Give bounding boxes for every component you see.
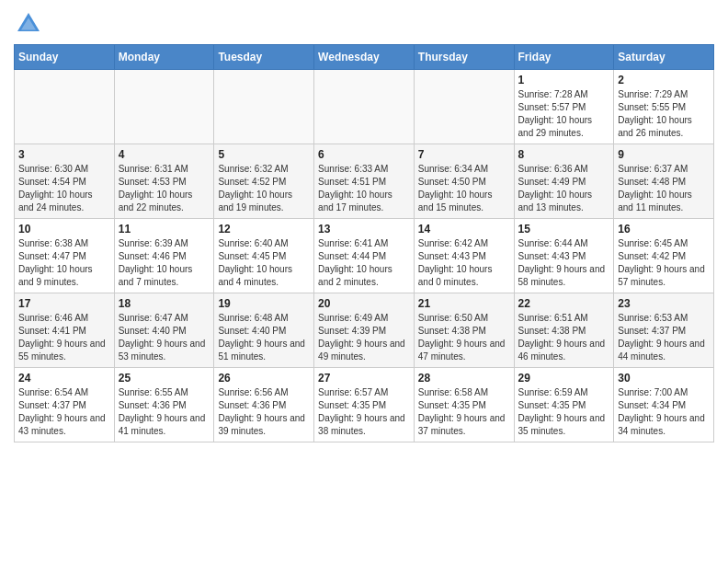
day-number: 3 <box>18 148 110 161</box>
day-number: 12 <box>218 223 310 236</box>
day-info: Sunrise: 7:29 AM Sunset: 5:55 PM Dayligh… <box>618 88 710 140</box>
calendar-week-4: 17Sunrise: 6:46 AM Sunset: 4:41 PM Dayli… <box>15 293 714 368</box>
day-info: Sunrise: 6:44 AM Sunset: 4:43 PM Dayligh… <box>518 237 610 289</box>
day-number: 22 <box>518 297 610 310</box>
calendar-header-wednesday: Wednesday <box>314 45 415 70</box>
day-number: 18 <box>119 297 210 310</box>
calendar-cell: 11Sunrise: 6:39 AM Sunset: 4:46 PM Dayli… <box>114 219 214 293</box>
calendar-header-thursday: Thursday <box>414 45 514 70</box>
day-info: Sunrise: 6:53 AM Sunset: 4:37 PM Dayligh… <box>618 312 710 363</box>
day-info: Sunrise: 6:46 AM Sunset: 4:41 PM Dayligh… <box>18 312 110 363</box>
header <box>14 9 714 39</box>
calendar-cell: 14Sunrise: 6:42 AM Sunset: 4:43 PM Dayli… <box>414 219 514 293</box>
calendar-cell: 10Sunrise: 6:38 AM Sunset: 4:47 PM Dayli… <box>15 219 115 293</box>
day-number: 28 <box>418 372 510 385</box>
calendar-cell: 18Sunrise: 6:47 AM Sunset: 4:40 PM Dayli… <box>114 293 214 368</box>
day-info: Sunrise: 6:55 AM Sunset: 4:36 PM Dayligh… <box>119 386 210 438</box>
calendar-cell: 8Sunrise: 6:36 AM Sunset: 4:49 PM Daylig… <box>514 144 614 219</box>
day-number: 10 <box>18 223 110 236</box>
day-number: 14 <box>418 223 510 236</box>
calendar-cell: 2Sunrise: 7:29 AM Sunset: 5:55 PM Daylig… <box>614 70 714 144</box>
day-number: 24 <box>18 372 110 385</box>
calendar-header-saturday: Saturday <box>614 45 714 70</box>
day-info: Sunrise: 6:54 AM Sunset: 4:37 PM Dayligh… <box>18 386 110 438</box>
day-info: Sunrise: 6:48 AM Sunset: 4:40 PM Dayligh… <box>218 312 310 363</box>
day-number: 19 <box>218 297 310 310</box>
calendar-header-tuesday: Tuesday <box>214 45 314 70</box>
calendar-cell: 12Sunrise: 6:40 AM Sunset: 4:45 PM Dayli… <box>214 219 314 293</box>
day-info: Sunrise: 6:40 AM Sunset: 4:45 PM Dayligh… <box>218 237 310 289</box>
calendar-cell: 21Sunrise: 6:50 AM Sunset: 4:38 PM Dayli… <box>414 293 514 368</box>
day-info: Sunrise: 6:36 AM Sunset: 4:49 PM Dayligh… <box>518 163 610 214</box>
calendar-cell: 29Sunrise: 6:59 AM Sunset: 4:35 PM Dayli… <box>514 368 614 442</box>
day-info: Sunrise: 6:50 AM Sunset: 4:38 PM Dayligh… <box>418 312 510 363</box>
day-number: 21 <box>418 297 510 310</box>
calendar-cell: 6Sunrise: 6:33 AM Sunset: 4:51 PM Daylig… <box>314 144 415 219</box>
day-info: Sunrise: 6:51 AM Sunset: 4:38 PM Dayligh… <box>518 312 610 363</box>
day-info: Sunrise: 6:30 AM Sunset: 4:54 PM Dayligh… <box>18 163 110 214</box>
day-info: Sunrise: 6:31 AM Sunset: 4:53 PM Dayligh… <box>119 163 210 214</box>
calendar-cell: 5Sunrise: 6:32 AM Sunset: 4:52 PM Daylig… <box>214 144 314 219</box>
day-number: 30 <box>618 372 710 385</box>
day-number: 29 <box>518 372 610 385</box>
calendar-cell: 20Sunrise: 6:49 AM Sunset: 4:39 PM Dayli… <box>314 293 415 368</box>
calendar-cell: 16Sunrise: 6:45 AM Sunset: 4:42 PM Dayli… <box>614 219 714 293</box>
calendar-cell: 15Sunrise: 6:44 AM Sunset: 4:43 PM Dayli… <box>514 219 614 293</box>
calendar-cell: 3Sunrise: 6:30 AM Sunset: 4:54 PM Daylig… <box>15 144 115 219</box>
calendar-cell: 25Sunrise: 6:55 AM Sunset: 4:36 PM Dayli… <box>114 368 214 442</box>
calendar-week-2: 3Sunrise: 6:30 AM Sunset: 4:54 PM Daylig… <box>15 144 714 219</box>
day-info: Sunrise: 6:33 AM Sunset: 4:51 PM Dayligh… <box>318 163 410 214</box>
calendar-cell <box>414 70 514 144</box>
day-info: Sunrise: 6:32 AM Sunset: 4:52 PM Dayligh… <box>218 163 310 214</box>
calendar-cell: 1Sunrise: 7:28 AM Sunset: 5:57 PM Daylig… <box>514 70 614 144</box>
day-info: Sunrise: 6:47 AM Sunset: 4:40 PM Dayligh… <box>119 312 210 363</box>
day-number: 6 <box>318 148 410 161</box>
day-number: 8 <box>518 148 610 161</box>
day-info: Sunrise: 6:56 AM Sunset: 4:36 PM Dayligh… <box>218 386 310 438</box>
calendar-table: SundayMondayTuesdayWednesdayThursdayFrid… <box>14 44 714 442</box>
calendar-cell: 19Sunrise: 6:48 AM Sunset: 4:40 PM Dayli… <box>214 293 314 368</box>
day-number: 20 <box>318 297 410 310</box>
calendar-cell: 17Sunrise: 6:46 AM Sunset: 4:41 PM Dayli… <box>15 293 115 368</box>
day-info: Sunrise: 6:57 AM Sunset: 4:35 PM Dayligh… <box>318 386 410 438</box>
day-number: 4 <box>119 148 210 161</box>
day-number: 23 <box>618 297 710 310</box>
day-info: Sunrise: 6:58 AM Sunset: 4:35 PM Dayligh… <box>418 386 510 438</box>
calendar-cell: 4Sunrise: 6:31 AM Sunset: 4:53 PM Daylig… <box>114 144 214 219</box>
day-number: 1 <box>518 74 610 86</box>
day-number: 13 <box>318 223 410 236</box>
calendar-cell: 24Sunrise: 6:54 AM Sunset: 4:37 PM Dayli… <box>15 368 115 442</box>
calendar-week-3: 10Sunrise: 6:38 AM Sunset: 4:47 PM Dayli… <box>15 219 714 293</box>
calendar-week-5: 24Sunrise: 6:54 AM Sunset: 4:37 PM Dayli… <box>15 368 714 442</box>
day-number: 25 <box>119 372 210 385</box>
day-info: Sunrise: 6:45 AM Sunset: 4:42 PM Dayligh… <box>618 237 710 289</box>
day-number: 2 <box>618 74 710 86</box>
day-number: 7 <box>418 148 510 161</box>
calendar-cell: 23Sunrise: 6:53 AM Sunset: 4:37 PM Dayli… <box>614 293 714 368</box>
day-number: 15 <box>518 223 610 236</box>
day-number: 27 <box>318 372 410 385</box>
calendar-header-sunday: Sunday <box>15 45 115 70</box>
calendar-cell: 30Sunrise: 7:00 AM Sunset: 4:34 PM Dayli… <box>614 368 714 442</box>
day-info: Sunrise: 6:41 AM Sunset: 4:44 PM Dayligh… <box>318 237 410 289</box>
day-number: 26 <box>218 372 310 385</box>
day-info: Sunrise: 6:49 AM Sunset: 4:39 PM Dayligh… <box>318 312 410 363</box>
calendar-cell: 7Sunrise: 6:34 AM Sunset: 4:50 PM Daylig… <box>414 144 514 219</box>
day-info: Sunrise: 6:34 AM Sunset: 4:50 PM Dayligh… <box>418 163 510 214</box>
calendar-cell: 22Sunrise: 6:51 AM Sunset: 4:38 PM Dayli… <box>514 293 614 368</box>
calendar-cell: 27Sunrise: 6:57 AM Sunset: 4:35 PM Dayli… <box>314 368 415 442</box>
calendar-week-1: 1Sunrise: 7:28 AM Sunset: 5:57 PM Daylig… <box>15 70 714 144</box>
calendar-header-row: SundayMondayTuesdayWednesdayThursdayFrid… <box>15 45 714 70</box>
calendar-cell: 13Sunrise: 6:41 AM Sunset: 4:44 PM Dayli… <box>314 219 415 293</box>
day-info: Sunrise: 7:00 AM Sunset: 4:34 PM Dayligh… <box>618 386 710 438</box>
day-info: Sunrise: 6:39 AM Sunset: 4:46 PM Dayligh… <box>119 237 210 289</box>
day-number: 17 <box>18 297 110 310</box>
day-info: Sunrise: 7:28 AM Sunset: 5:57 PM Dayligh… <box>518 88 610 140</box>
calendar-cell <box>15 70 115 144</box>
logo <box>14 9 47 39</box>
day-number: 16 <box>618 223 710 236</box>
day-info: Sunrise: 6:59 AM Sunset: 4:35 PM Dayligh… <box>518 386 610 438</box>
calendar-cell <box>114 70 214 144</box>
calendar-cell: 26Sunrise: 6:56 AM Sunset: 4:36 PM Dayli… <box>214 368 314 442</box>
calendar-header-friday: Friday <box>514 45 614 70</box>
